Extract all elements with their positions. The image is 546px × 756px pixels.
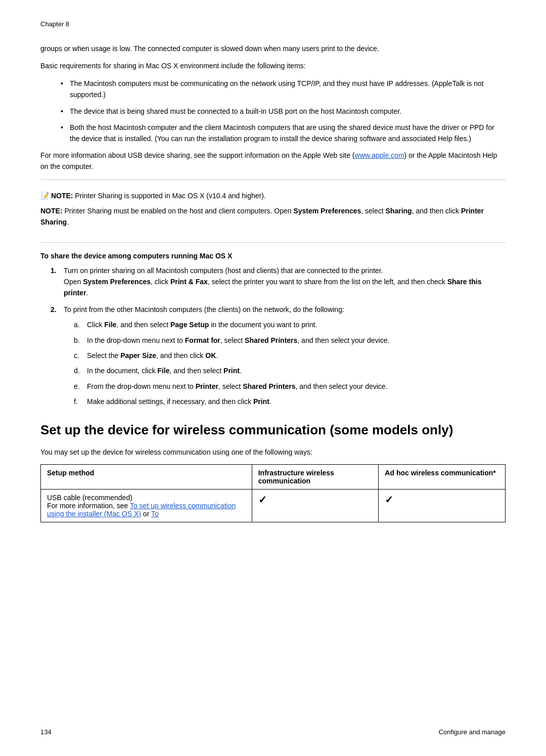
installer-link-2[interactable]: To	[151, 510, 159, 518]
substep-f-text: Make additional settings, if necessary, …	[87, 397, 253, 406]
table-header-infra: Infrastructure wireless communication	[252, 464, 379, 489]
section-intro: You may set up the device for wireless c…	[40, 447, 506, 458]
substep-d-mid: , and then select	[169, 367, 223, 375]
note-2-period: .	[67, 218, 69, 226]
step-1-sub: Open	[64, 278, 83, 286]
substep-a-end: in the document you want to print.	[209, 321, 317, 329]
th-setup-label: Setup method	[47, 469, 94, 477]
chapter-header: Chapter 8	[40, 20, 506, 28]
note-2-label: NOTE:	[40, 207, 63, 215]
substeps-list: Click File, and then select Page Setup i…	[74, 319, 506, 407]
note-label: NOTE:	[51, 192, 73, 200]
substep-c-end: , and then click	[156, 351, 205, 360]
substep-d: In the document, click File, and then se…	[74, 365, 506, 376]
substep-c-period: .	[216, 351, 218, 360]
substep-b-text: In the drop-down menu next to	[87, 336, 185, 344]
divider-1	[40, 180, 506, 180]
substep-f: Make additional settings, if necessary, …	[74, 396, 506, 407]
substep-c-text: Select the	[87, 351, 120, 360]
step-1-text: Turn on printer sharing on all Macintosh…	[64, 266, 383, 275]
substep-d-bold1: File	[157, 367, 169, 375]
intro-para-1: groups or when usage is low. The connect…	[40, 43, 506, 54]
th-adhoc-label: Ad hoc wireless communication*	[385, 469, 495, 477]
substep-d-text: In the document, click	[87, 367, 157, 375]
substep-d-period: .	[240, 367, 242, 375]
substep-c-bold1: Paper Size	[120, 351, 156, 360]
substep-a-bold1: File	[104, 321, 116, 329]
note-2-end: , and then click	[412, 207, 461, 215]
substep-f-bold1: Print	[253, 397, 269, 406]
method-sub-pre: For more information, see	[47, 502, 130, 510]
note-2-bold1: System Preferences	[293, 207, 361, 215]
share-heading: To share the device among computers runn…	[40, 252, 506, 260]
step-1-period: .	[86, 289, 88, 297]
list-item: Both the host Macintosh computer and the…	[61, 122, 506, 145]
page: Chapter 8 groups or when usage is low. T…	[0, 0, 546, 756]
table-header-row: Setup method Infrastructure wireless com…	[41, 464, 506, 489]
note-2-bold2: Sharing	[386, 207, 412, 215]
intro-para-2: Basic requirements for sharing in Mac OS…	[40, 60, 506, 71]
table-cell-infra: ✓	[252, 489, 379, 522]
table-header-setup: Setup method	[41, 464, 252, 489]
substep-a: Click File, and then select Page Setup i…	[74, 319, 506, 330]
usb-info: For more information about USB device sh…	[40, 150, 506, 172]
substep-e: From the drop-down menu next to Printer,…	[74, 381, 506, 392]
substep-d-bold2: Print	[223, 367, 240, 375]
steps-list: Turn on printer sharing on all Macintosh…	[51, 265, 506, 408]
substep-b-mid: , select	[220, 336, 245, 344]
substep-b: In the drop-down menu next to Format for…	[74, 335, 506, 346]
usb-info-text: For more information about USB device sh…	[40, 151, 355, 159]
divider-2	[40, 242, 506, 243]
table-cell-method: USB cable (recommended) For more informa…	[41, 489, 252, 522]
step-1-mid1: , click	[151, 278, 170, 286]
note-1: 📝 NOTE: Printer Sharing is supported in …	[40, 190, 506, 201]
step-1-mid2: , select the printer you want to share f…	[208, 278, 447, 286]
step-2-text: To print from the other Macintosh comput…	[64, 305, 344, 314]
note-1-text: Printer Sharing is supported in Mac OS X…	[75, 192, 265, 200]
note-2-mid: , select	[361, 207, 385, 215]
table-cell-adhoc: ✓	[379, 489, 506, 522]
step-2: To print from the other Macintosh comput…	[51, 304, 506, 408]
list-item: The device that is being shared must be …	[61, 106, 506, 117]
substep-b-bold2: Shared Printers	[245, 336, 297, 344]
substep-a-text: Click	[87, 321, 104, 329]
substep-e-bold1: Printer	[196, 382, 218, 390]
step-1: Turn on printer sharing on all Macintosh…	[51, 265, 506, 299]
method-text: USB cable (recommended)	[47, 494, 132, 502]
section-title: Set up the device for wireless communica…	[40, 422, 506, 439]
note-2-text: Printer Sharing must be enabled on the h…	[64, 207, 293, 215]
substep-c-bold2: OK	[205, 351, 216, 360]
substep-b-end: , and then select your device.	[297, 336, 389, 344]
th-infra-label: Infrastructure wireless communication	[258, 469, 334, 485]
chapter-label: Chapter 8	[40, 20, 69, 28]
substep-e-mid: , select	[218, 382, 243, 390]
substep-f-period: .	[269, 397, 271, 406]
adhoc-checkmark: ✓	[385, 494, 393, 505]
step-1-bold2: Print & Fax	[170, 278, 208, 286]
table-header-adhoc: Ad hoc wireless communication*	[379, 464, 506, 489]
note-icon: 📝	[40, 192, 51, 200]
footer-section: Configure and manage	[439, 728, 506, 736]
substep-a-mid: , and then select	[116, 321, 170, 329]
step-1-bold1: System Preferences	[83, 278, 151, 286]
infra-checkmark: ✓	[258, 494, 267, 505]
substep-e-text: From the drop-down menu next to	[87, 382, 196, 390]
page-footer: 134 Configure and manage	[40, 728, 506, 736]
apple-link[interactable]: www.apple.com	[355, 151, 404, 159]
substep-e-bold2: Shared Printers	[243, 382, 295, 390]
substep-a-bold2: Page Setup	[170, 321, 209, 329]
setup-table: Setup method Infrastructure wireless com…	[40, 464, 506, 522]
note-2: NOTE: Printer Sharing must be enabled on…	[40, 205, 506, 228]
table-row: USB cable (recommended) For more informa…	[41, 489, 506, 522]
list-item: The Macintosh computers must be communic…	[61, 78, 506, 101]
substep-c: Select the Paper Size, and then click OK…	[74, 350, 506, 361]
method-sub-mid: or	[141, 510, 151, 518]
substep-b-bold1: Format for	[185, 336, 220, 344]
note-box-1: 📝 NOTE: Printer Sharing is supported in …	[40, 187, 506, 235]
page-number: 134	[40, 728, 52, 736]
substep-e-end: , and then select your device.	[295, 382, 387, 390]
requirements-list: The Macintosh computers must be communic…	[61, 78, 506, 145]
